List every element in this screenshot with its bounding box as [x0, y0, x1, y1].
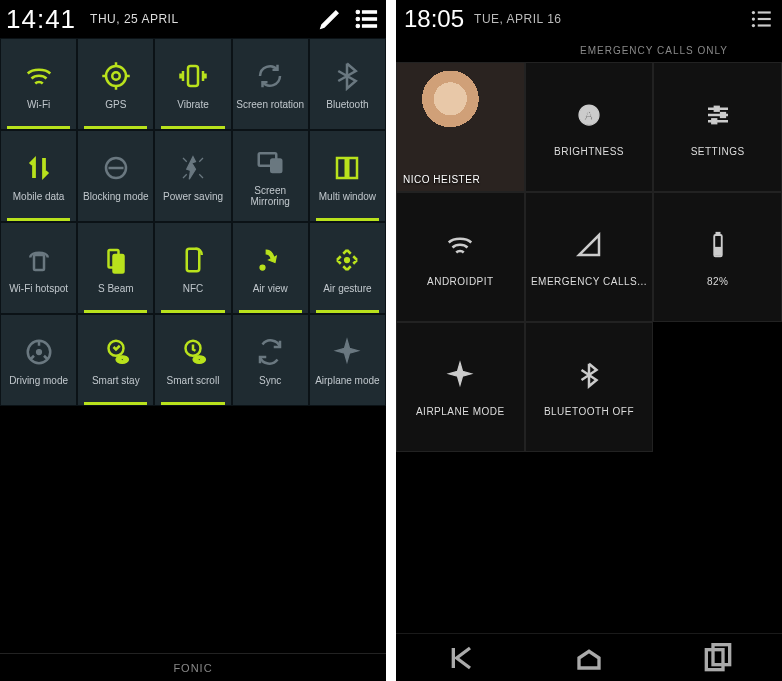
tile-label: Blocking mode	[83, 191, 149, 202]
airplane-icon	[443, 358, 477, 392]
tile-mobile-data[interactable]: Mobile data	[0, 130, 77, 222]
status-bar: 18:05 TUE, APRIL 16	[396, 0, 782, 38]
tile-wifi-hotspot[interactable]: Wi-Fi hotspot	[0, 222, 77, 314]
menu-icon[interactable]	[352, 5, 380, 33]
back-button[interactable]	[440, 643, 480, 673]
quick-settings-grid: NICO HEISTER BRIGHTNESS SETTINGS ANDROID…	[396, 62, 782, 452]
user-name: NICO HEISTER	[403, 174, 480, 185]
tile-brightness[interactable]: BRIGHTNESS	[525, 62, 654, 192]
tile-label: Smart scroll	[167, 375, 220, 386]
tile-label: Wi-Fi hotspot	[9, 283, 68, 294]
tile-label: BRIGHTNESS	[554, 146, 624, 157]
wifi-icon	[443, 228, 477, 262]
tile-label: Screen rotation	[236, 99, 304, 110]
hotspot-icon	[22, 243, 56, 277]
tile-label: Multi window	[319, 191, 376, 202]
navigation-bar	[396, 633, 782, 681]
tile-airplane[interactable]: AIRPLANE MODE	[396, 322, 525, 452]
tile-label: Wi-Fi	[27, 99, 50, 110]
tile-label: AIRPLANE MODE	[416, 406, 505, 417]
tile-nfc[interactable]: NFC	[154, 222, 231, 314]
date: THU, 25 APRIL	[90, 12, 179, 26]
tile-bluetooth-off[interactable]: BLUETOOTH OFF	[525, 322, 654, 452]
home-button[interactable]	[569, 643, 609, 673]
tile-empty	[653, 322, 782, 452]
tile-air-gesture[interactable]: Air gesture	[309, 222, 386, 314]
tile-user[interactable]: NICO HEISTER	[396, 62, 525, 192]
tile-smart-scroll[interactable]: Smart scroll	[154, 314, 231, 406]
avatar	[397, 63, 524, 191]
tile-label: Smart stay	[92, 375, 140, 386]
tile-air-view[interactable]: Air view	[232, 222, 309, 314]
multi-window-icon	[330, 151, 364, 185]
tile-label: Vibrate	[177, 99, 209, 110]
air-gesture-icon	[330, 243, 364, 277]
smart-scroll-icon	[176, 335, 210, 369]
tile-label: GPS	[105, 99, 126, 110]
tile-label: S Beam	[98, 283, 134, 294]
clock: 14:41	[6, 4, 76, 35]
settings-icon	[701, 98, 735, 132]
tile-label: BLUETOOTH OFF	[544, 406, 634, 417]
tile-label: EMERGENCY CALLS...	[531, 276, 647, 287]
tile-label: NFC	[183, 283, 204, 294]
menu-icon[interactable]	[748, 8, 774, 30]
wifi-icon	[22, 59, 56, 93]
battery-icon	[701, 228, 735, 262]
rotation-icon	[253, 59, 287, 93]
date: TUE, APRIL 16	[474, 12, 561, 26]
tile-settings[interactable]: SETTINGS	[653, 62, 782, 192]
tile-bluetooth[interactable]: Bluetooth	[309, 38, 386, 130]
air-view-icon	[253, 243, 287, 277]
s-beam-icon	[99, 243, 133, 277]
carrier-label: FONIC	[0, 653, 386, 681]
tile-screen-mirroring[interactable]: Screen Mirroring	[232, 130, 309, 222]
tile-s-beam[interactable]: S Beam	[77, 222, 154, 314]
recent-apps-button[interactable]	[698, 643, 738, 673]
tile-driving-mode[interactable]: Driving mode	[0, 314, 77, 406]
tile-label: Driving mode	[9, 375, 68, 386]
tile-vibrate[interactable]: Vibrate	[154, 38, 231, 130]
tile-label: Sync	[259, 375, 281, 386]
tile-label: Screen Mirroring	[235, 185, 306, 207]
tile-battery[interactable]: 82%	[653, 192, 782, 322]
tile-screen-rotation[interactable]: Screen rotation	[232, 38, 309, 130]
tile-label: 82%	[707, 276, 729, 287]
tile-sync[interactable]: Sync	[232, 314, 309, 406]
emergency-banner: EMERGENCY CALLS ONLY	[396, 38, 782, 62]
screen-mirroring-icon	[253, 145, 287, 179]
tile-label: Airplane mode	[315, 375, 379, 386]
tile-label: Air view	[253, 283, 288, 294]
tile-power-saving[interactable]: Power saving	[154, 130, 231, 222]
nfc-icon	[176, 243, 210, 277]
smart-stay-icon	[99, 335, 133, 369]
tile-airplane-mode[interactable]: Airplane mode	[309, 314, 386, 406]
edit-icon[interactable]	[316, 5, 344, 33]
mobile-data-icon	[22, 151, 56, 185]
tile-wifi[interactable]: Wi-Fi	[0, 38, 77, 130]
tile-smart-stay[interactable]: Smart stay	[77, 314, 154, 406]
tile-gps[interactable]: GPS	[77, 38, 154, 130]
clock: 18:05	[404, 5, 464, 33]
tile-label: Air gesture	[323, 283, 371, 294]
driving-icon	[22, 335, 56, 369]
tile-blocking-mode[interactable]: Blocking mode	[77, 130, 154, 222]
stock-android-quick-settings-panel: 18:05 TUE, APRIL 16 EMERGENCY CALLS ONLY…	[396, 0, 782, 681]
quick-settings-grid: Wi-Fi GPS Vibrate Screen rotation Blueto…	[0, 38, 386, 406]
tile-label: Power saving	[163, 191, 223, 202]
gps-icon	[99, 59, 133, 93]
bluetooth-icon	[572, 358, 606, 392]
tile-label: Mobile data	[13, 191, 65, 202]
tile-label: Bluetooth	[326, 99, 368, 110]
tile-wifi[interactable]: ANDROIDPIT	[396, 192, 525, 322]
power-saving-icon	[176, 151, 210, 185]
bluetooth-icon	[330, 59, 364, 93]
tile-label: ANDROIDPIT	[427, 276, 494, 287]
sync-icon	[253, 335, 287, 369]
brightness-icon	[572, 98, 606, 132]
tile-signal[interactable]: EMERGENCY CALLS...	[525, 192, 654, 322]
signal-icon	[572, 228, 606, 262]
tile-label: SETTINGS	[691, 146, 745, 157]
airplane-icon	[330, 335, 364, 369]
tile-multi-window[interactable]: Multi window	[309, 130, 386, 222]
